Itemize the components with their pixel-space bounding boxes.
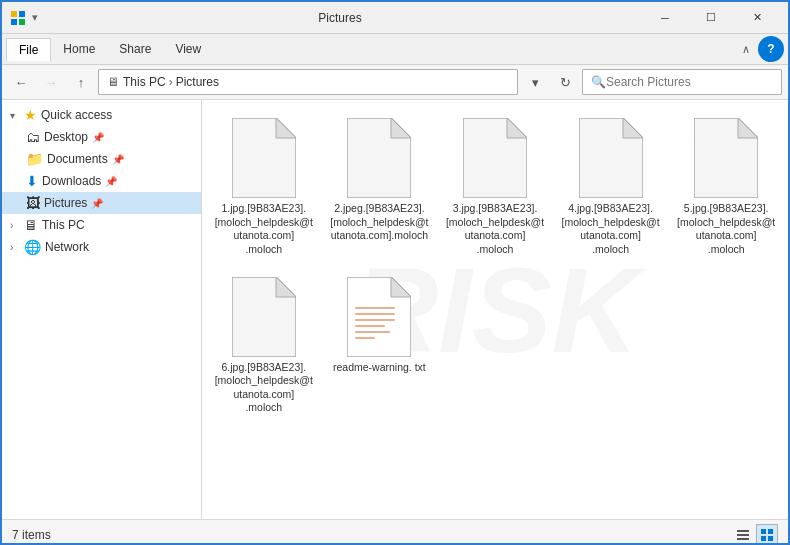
file-item-2[interactable]: 3.jpg.[9B83AE23].[moloch_helpdesk@tutano… <box>441 112 549 263</box>
file-icon-5 <box>232 277 296 357</box>
path-thispc: This PC <box>123 75 166 89</box>
file-label-6: readme-warning. txt <box>333 361 426 375</box>
svg-marker-13 <box>738 118 758 138</box>
svg-rect-27 <box>761 529 766 534</box>
main-area: ▾ ★ Quick access 🗂 Desktop 📌 📁 Documents… <box>2 100 788 519</box>
pin-icon-downloads: 📌 <box>105 176 117 187</box>
tab-home[interactable]: Home <box>51 38 107 60</box>
back-button[interactable]: ← <box>8 69 34 95</box>
list-view-button[interactable] <box>732 524 754 546</box>
star-icon: ★ <box>24 107 37 123</box>
expand-icon-network: › <box>10 242 22 253</box>
quick-access-label: Quick access <box>41 108 112 122</box>
network-icon: 🌐 <box>24 239 41 255</box>
file-label-1: 2.jpeg.[9B83AE23].[moloch_helpdesk@tutan… <box>330 202 430 243</box>
file-item-1[interactable]: 2.jpeg.[9B83AE23].[moloch_helpdesk@tutan… <box>326 112 434 263</box>
maximize-button[interactable]: ☐ <box>688 2 734 34</box>
large-icon-view-button[interactable] <box>756 524 778 546</box>
tab-view[interactable]: View <box>163 38 213 60</box>
file-icon-1 <box>347 118 411 198</box>
sidebar-item-thispc[interactable]: › 🖥 This PC <box>2 214 201 236</box>
downloads-label: Downloads <box>42 174 101 188</box>
address-bar[interactable]: 🖥 This PC › Pictures <box>98 69 518 95</box>
refresh-button[interactable]: ↻ <box>552 69 578 95</box>
dropdown-button[interactable]: ▾ <box>522 69 548 95</box>
thispc-label: This PC <box>42 218 85 232</box>
svg-rect-24 <box>737 530 749 532</box>
title-bar-icons: ▾ <box>10 10 38 26</box>
window-icon <box>10 10 26 26</box>
ribbon: File Home Share View ∧ ? <box>2 34 788 65</box>
svg-marker-17 <box>391 277 411 297</box>
pictures-folder-icon: 🖼 <box>26 195 40 211</box>
svg-rect-0 <box>11 11 17 17</box>
pictures-label: Pictures <box>44 196 87 210</box>
svg-rect-30 <box>768 536 773 541</box>
search-box[interactable]: 🔍 <box>582 69 782 95</box>
file-grid: 1.jpg.[9B83AE23]. [moloch_helpdesk@tutan… <box>210 112 780 421</box>
svg-rect-28 <box>768 529 773 534</box>
svg-rect-26 <box>737 538 749 540</box>
svg-marker-15 <box>276 277 296 297</box>
file-icon-3 <box>579 118 643 198</box>
file-icon-0 <box>232 118 296 198</box>
content-area: RISK 1.jpg.[9B83AE23]. [moloch_helpdesk@… <box>202 100 788 519</box>
file-item-6[interactable]: readme-warning. txt <box>326 271 434 422</box>
file-label-4: 5.jpg.[9B83AE23].[moloch_helpdesk@tutano… <box>676 202 776 257</box>
documents-label: Documents <box>47 152 108 166</box>
sidebar-item-quick-access[interactable]: ▾ ★ Quick access <box>2 104 201 126</box>
path-pictures: Pictures <box>176 75 219 89</box>
sidebar-item-documents[interactable]: 📁 Documents 📌 <box>2 148 201 170</box>
item-count: 7 items <box>12 528 51 542</box>
svg-rect-25 <box>737 534 749 536</box>
pin-icon-desktop: 📌 <box>92 132 104 143</box>
toolbar: ← → ↑ 🖥 This PC › Pictures ▾ ↻ 🔍 <box>2 65 788 100</box>
file-label-2: 3.jpg.[9B83AE23].[moloch_helpdesk@tutano… <box>445 202 545 257</box>
desktop-label: Desktop <box>44 130 88 144</box>
minimize-button[interactable]: ─ <box>642 2 688 34</box>
tab-share[interactable]: Share <box>107 38 163 60</box>
title-bar: ▾ Pictures ─ ☐ ✕ <box>2 2 788 34</box>
status-bar: 7 items <box>2 519 788 545</box>
svg-marker-5 <box>276 118 296 138</box>
svg-rect-22 <box>355 331 390 333</box>
thispc-icon: 🖥 <box>24 217 38 233</box>
path-sep-1: › <box>169 75 173 89</box>
svg-marker-11 <box>623 118 643 138</box>
svg-rect-29 <box>761 536 766 541</box>
window-controls: ─ ☐ ✕ <box>642 2 780 34</box>
svg-rect-23 <box>355 337 375 339</box>
sidebar-item-downloads[interactable]: ⬇ Downloads 📌 <box>2 170 201 192</box>
up-button[interactable]: ↑ <box>68 69 94 95</box>
sidebar-item-network[interactable]: › 🌐 Network <box>2 236 201 258</box>
file-label-0: 1.jpg.[9B83AE23]. [moloch_helpdesk@tutan… <box>214 202 314 257</box>
file-item-4[interactable]: 5.jpg.[9B83AE23].[moloch_helpdesk@tutano… <box>672 112 780 263</box>
forward-button[interactable]: → <box>38 69 64 95</box>
svg-marker-9 <box>507 118 527 138</box>
sidebar: ▾ ★ Quick access 🗂 Desktop 📌 📁 Documents… <box>2 100 202 519</box>
svg-rect-20 <box>355 319 395 321</box>
file-label-3: 4.jpg.[9B83AE23].[moloch_helpdesk@tutano… <box>561 202 661 257</box>
view-toggle <box>732 524 778 546</box>
svg-rect-2 <box>11 19 17 25</box>
tab-file[interactable]: File <box>6 38 51 61</box>
svg-rect-1 <box>19 11 25 17</box>
file-item-0[interactable]: 1.jpg.[9B83AE23]. [moloch_helpdesk@tutan… <box>210 112 318 263</box>
help-button[interactable]: ? <box>758 36 784 62</box>
pin-icon-pictures: 📌 <box>91 198 103 209</box>
search-input[interactable] <box>606 75 773 89</box>
expand-icon-thispc: › <box>10 220 22 231</box>
sidebar-item-pictures[interactable]: 🖼 Pictures 📌 <box>2 192 201 214</box>
close-button[interactable]: ✕ <box>734 2 780 34</box>
ribbon-collapse-btn[interactable]: ∧ <box>734 39 758 60</box>
file-item-5[interactable]: 6.jpg.[9B83AE23].[moloch_helpdesk@tutano… <box>210 271 318 422</box>
sidebar-item-desktop[interactable]: 🗂 Desktop 📌 <box>2 126 201 148</box>
pc-icon: 🖥 <box>107 75 119 89</box>
documents-folder-icon: 📁 <box>26 151 43 167</box>
ribbon-tabs: File Home Share View ∧ ? <box>2 34 788 64</box>
window-title: Pictures <box>38 11 642 25</box>
file-item-3[interactable]: 4.jpg.[9B83AE23].[moloch_helpdesk@tutano… <box>557 112 665 263</box>
downloads-folder-icon: ⬇ <box>26 173 38 189</box>
file-icon-6 <box>347 277 411 357</box>
desktop-folder-icon: 🗂 <box>26 129 40 145</box>
